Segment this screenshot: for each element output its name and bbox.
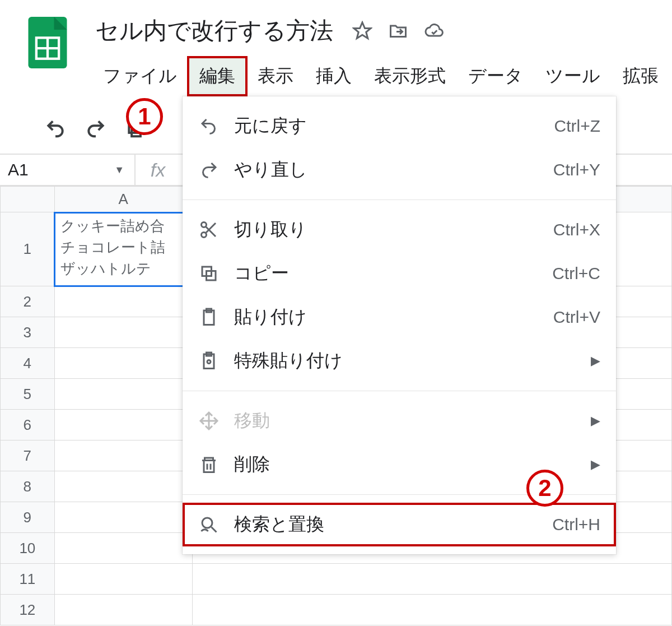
clipboard-icon xyxy=(196,304,222,330)
cell-a1[interactable]: クッキー詰め合 チョコレート詰 ザッハトルテ xyxy=(54,212,192,286)
print-button[interactable] xyxy=(121,113,151,143)
edit-menu-delete[interactable]: 削除 ▶ xyxy=(183,443,616,486)
submenu-arrow-icon: ▶ xyxy=(591,354,600,368)
clipboard-special-icon xyxy=(196,348,222,374)
redo-button[interactable] xyxy=(81,113,111,143)
submenu-arrow-icon: ▶ xyxy=(591,457,600,472)
svg-marker-5 xyxy=(354,22,371,39)
copy-icon xyxy=(196,261,222,286)
sheets-logo[interactable] xyxy=(26,15,69,71)
row-header-6[interactable]: 6 xyxy=(1,410,55,440)
document-title[interactable]: セル内で改行する方法 xyxy=(92,15,337,47)
edit-menu-copy-shortcut: Ctrl+C xyxy=(552,264,600,283)
row-header-5[interactable]: 5 xyxy=(1,379,55,410)
menu-separator xyxy=(183,494,616,495)
row-header-9[interactable]: 9 xyxy=(1,502,55,533)
trash-icon xyxy=(196,452,222,477)
undo-button[interactable] xyxy=(40,113,71,143)
menu-extensions[interactable]: 拡張 xyxy=(612,57,670,95)
edit-menu-move: 移動 ▶ xyxy=(183,399,616,443)
edit-menu-move-label: 移動 xyxy=(234,409,591,433)
name-box[interactable]: A1 ▼ xyxy=(0,155,136,185)
scissors-icon xyxy=(196,217,222,243)
row-header-8[interactable]: 8 xyxy=(1,471,55,502)
cloud-saved-icon[interactable] xyxy=(424,21,444,41)
redo-icon xyxy=(196,157,222,183)
edit-menu-dropdown: 元に戻す Ctrl+Z やり直し Ctrl+Y 切り取り Ctrl+X コピー … xyxy=(183,96,616,554)
menu-data[interactable]: データ xyxy=(457,57,534,95)
edit-menu-find-replace[interactable]: 検索と置換 Ctrl+H xyxy=(183,503,616,546)
edit-menu-redo[interactable]: やり直し Ctrl+Y xyxy=(183,148,616,192)
edit-menu-copy[interactable]: コピー Ctrl+C xyxy=(183,252,616,295)
edit-menu-cut[interactable]: 切り取り Ctrl+X xyxy=(183,208,616,252)
edit-menu-paste-special-label: 特殊貼り付け xyxy=(234,349,591,373)
edit-menu-paste[interactable]: 貼り付け Ctrl+V xyxy=(183,295,616,339)
edit-menu-paste-shortcut: Ctrl+V xyxy=(553,308,600,327)
row-header-7[interactable]: 7 xyxy=(1,440,55,471)
move-icon xyxy=(196,408,222,434)
edit-menu-cut-shortcut: Ctrl+X xyxy=(553,220,600,239)
row-header-2[interactable]: 2 xyxy=(1,286,55,317)
menu-file[interactable]: ファイル xyxy=(92,57,188,95)
edit-menu-undo-shortcut: Ctrl+Z xyxy=(554,117,601,136)
row-header-10[interactable]: 10 xyxy=(1,533,55,564)
row-header-3[interactable]: 3 xyxy=(1,317,55,348)
column-header-a[interactable]: A xyxy=(54,187,192,212)
menu-view[interactable]: 表示 xyxy=(246,57,305,95)
svg-point-19 xyxy=(207,360,211,364)
name-box-ref: A1 xyxy=(8,160,29,179)
edit-menu-redo-label: やり直し xyxy=(234,157,553,182)
edit-menu-delete-label: 削除 xyxy=(234,452,591,477)
edit-menu-undo-label: 元に戻す xyxy=(234,114,554,138)
move-to-folder-icon[interactable] xyxy=(388,21,408,41)
menu-separator xyxy=(183,391,616,391)
svg-point-23 xyxy=(202,518,212,528)
svg-point-10 xyxy=(202,233,207,238)
edit-menu-cut-label: 切り取り xyxy=(234,217,553,242)
svg-point-9 xyxy=(202,222,207,228)
menu-separator xyxy=(183,200,616,200)
menu-format[interactable]: 表示形式 xyxy=(363,57,457,95)
menu-edit[interactable]: 編集 xyxy=(188,57,246,95)
svg-rect-20 xyxy=(204,461,214,472)
menubar: ファイル 編集 表示 挿入 表示形式 データ ツール 拡張 xyxy=(92,57,672,95)
svg-line-24 xyxy=(212,527,217,532)
edit-menu-redo-shortcut: Ctrl+Y xyxy=(553,160,600,179)
menu-insert[interactable]: 挿入 xyxy=(305,57,363,95)
submenu-arrow-icon: ▶ xyxy=(591,414,600,428)
edit-menu-paste-label: 貼り付け xyxy=(234,305,553,330)
star-icon[interactable] xyxy=(352,21,372,41)
find-replace-icon xyxy=(196,512,222,537)
select-all-corner[interactable] xyxy=(1,187,55,212)
row-header-1[interactable]: 1 xyxy=(1,212,55,286)
edit-menu-paste-special[interactable]: 特殊貼り付け ▶ xyxy=(183,339,616,383)
menu-tools[interactable]: ツール xyxy=(534,57,612,95)
fx-label: fx xyxy=(136,155,180,185)
row-header-4[interactable]: 4 xyxy=(1,348,55,379)
edit-menu-copy-label: コピー xyxy=(234,261,552,286)
edit-menu-find-replace-label: 検索と置換 xyxy=(234,512,552,537)
edit-menu-undo[interactable]: 元に戻す Ctrl+Z xyxy=(183,104,616,148)
row-header-12[interactable]: 12 xyxy=(1,595,55,625)
undo-icon xyxy=(196,113,222,139)
row-header-11[interactable]: 11 xyxy=(1,564,55,595)
edit-menu-find-replace-shortcut: Ctrl+H xyxy=(552,515,600,534)
chevron-down-icon: ▼ xyxy=(114,164,124,176)
